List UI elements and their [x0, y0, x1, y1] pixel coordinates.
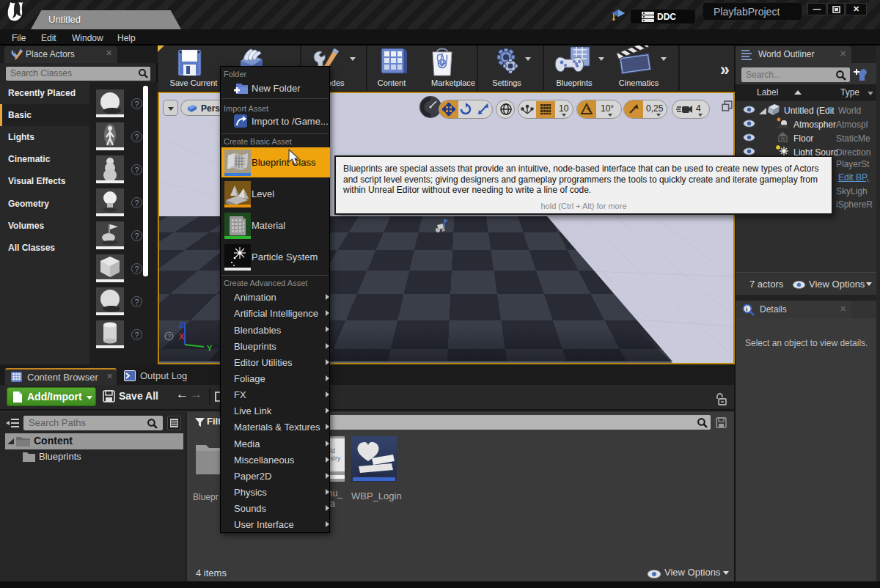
svg-text:X: X — [179, 332, 185, 341]
svg-text:?: ? — [167, 333, 171, 340]
svg-text:Z: Z — [179, 320, 184, 329]
svg-text:Y: Y — [207, 344, 213, 353]
